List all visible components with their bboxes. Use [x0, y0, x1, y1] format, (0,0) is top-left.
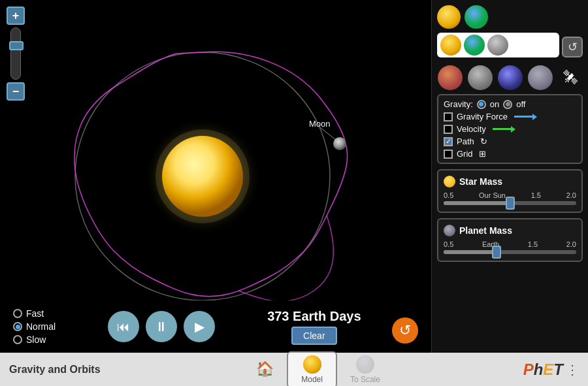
planet-mass-header: Planet Mass	[444, 225, 576, 236]
normal-label: Normal	[26, 321, 56, 332]
pause-button[interactable]: ⏸	[146, 311, 177, 342]
time-days: 373 Earth Days	[267, 309, 361, 324]
play-button[interactable]: ▶	[184, 311, 215, 342]
star-mass-fill	[444, 201, 510, 205]
fast-label: Fast	[26, 308, 44, 319]
model-icon	[303, 355, 321, 374]
body-row2: 🛰	[437, 65, 583, 90]
simulation-area: Moon + −	[0, 0, 431, 353]
select-earth[interactable]	[464, 35, 485, 56]
speed-options: Fast Normal Slow	[13, 308, 56, 345]
planet-mass-labels: 0.5 Earth 1.5 2.0	[444, 240, 576, 248]
gravity-off-label: off	[516, 99, 525, 109]
planet-mass-track[interactable]	[444, 250, 576, 254]
app-title: Gravity and Orbits	[9, 364, 101, 376]
phet-logo: PhET ⋮	[523, 361, 579, 379]
rewind-button[interactable]: ⏮	[108, 311, 139, 342]
zoom-out-button[interactable]: −	[7, 82, 25, 101]
normal-radio[interactable]	[13, 322, 22, 331]
right-panel: ↺ 🛰 Gravity: on off Gravity Force	[431, 0, 588, 353]
velocity-checkbox[interactable]	[444, 125, 453, 134]
zoom-in-button[interactable]: +	[7, 7, 25, 25]
phet-menu-button[interactable]: ⋮	[566, 362, 579, 378]
body-selector-top	[437, 5, 583, 29]
select-moon3[interactable]	[528, 65, 553, 90]
select-moon[interactable]	[487, 35, 508, 56]
slow-radio[interactable]	[13, 335, 22, 344]
grid-label: Grid	[457, 149, 473, 159]
gravity-on-radio[interactable]	[477, 100, 486, 109]
nav-to-scale[interactable]: To Scale	[337, 353, 393, 387]
bottom-controls: Fast Normal Slow ⏮ ⏸ ▶ 373 Earth Days Cl…	[0, 300, 431, 353]
nav-home[interactable]: 🏠	[243, 358, 287, 381]
speed-normal[interactable]: Normal	[13, 321, 56, 332]
star-mass-label: Star Mass	[459, 176, 502, 187]
select-satellite[interactable]: 🛰	[558, 65, 583, 90]
velocity-arrow	[493, 128, 512, 130]
select-moon2[interactable]	[468, 65, 493, 90]
gravity-force-label: Gravity Force	[457, 112, 508, 121]
svg-point-2	[162, 136, 243, 217]
gravity-option-row: Gravity: on off	[444, 99, 576, 109]
zoom-slider-track	[10, 27, 21, 80]
reset-button[interactable]: ↺	[562, 37, 583, 57]
sun-body-icon[interactable]	[437, 5, 461, 29]
path-label: Path	[457, 137, 474, 146]
path-checkbox[interactable]: ✓	[444, 137, 453, 146]
normal-radio-fill	[16, 325, 20, 329]
grid-checkbox[interactable]	[444, 150, 453, 159]
refresh-button[interactable]: ↺	[392, 317, 418, 344]
select-mars[interactable]	[438, 65, 463, 90]
star-mass-icon	[444, 176, 455, 187]
scale-icon	[356, 355, 374, 374]
gravity-force-checkbox[interactable]	[444, 112, 453, 121]
nav-model[interactable]: Model	[287, 351, 337, 387]
fast-radio[interactable]	[13, 309, 22, 318]
body-selector-row	[437, 33, 559, 57]
phet-p: P	[523, 361, 534, 378]
planet-mass-section: Planet Mass 0.5 Earth 1.5 2.0	[437, 218, 583, 262]
model-label: Model	[301, 375, 323, 384]
select-neptune[interactable]	[498, 65, 523, 90]
velocity-row: Velocity	[444, 124, 576, 134]
speed-slow[interactable]: Slow	[13, 334, 56, 345]
path-row: ✓ Path ↻	[444, 137, 576, 146]
star-mass-header: Star Mass	[444, 176, 576, 187]
slow-label: Slow	[26, 334, 46, 345]
gravity-on-radio-fill	[479, 102, 483, 106]
star-mass-section: Star Mass 0.5 Our Sun 1.5 2.0	[437, 169, 583, 213]
playback-controls: ⏮ ⏸ ▶	[108, 311, 215, 342]
phet-text: PhET	[523, 361, 563, 379]
gravity-label: Gravity:	[444, 99, 473, 109]
home-icon: 🏠	[256, 361, 274, 378]
scale-label: To Scale	[350, 375, 380, 384]
planet-mass-icon	[444, 225, 455, 236]
bottom-nav: 🏠 Model To Scale	[114, 351, 523, 387]
grid-row: Grid ⊞	[444, 149, 576, 159]
gravity-off-radio-fill	[506, 102, 510, 106]
earth-body-icon[interactable]	[465, 5, 488, 29]
gravity-on-label: on	[490, 99, 499, 109]
velocity-label: Velocity	[457, 124, 486, 134]
phet-t: T	[553, 361, 563, 378]
phet-e: E	[543, 361, 553, 378]
clear-button[interactable]: Clear	[291, 327, 336, 345]
zoom-controls: + −	[7, 7, 25, 101]
select-sun[interactable]	[440, 35, 461, 56]
planet-mass-thumb[interactable]	[492, 246, 501, 259]
phet-h: h	[534, 361, 544, 378]
zoom-slider-thumb[interactable]	[9, 41, 24, 50]
time-display: 373 Earth Days Clear	[267, 309, 361, 345]
grid-icon: ⊞	[479, 149, 486, 159]
gravity-off-radio[interactable]	[503, 100, 512, 109]
bottom-bar: Gravity and Orbits 🏠 Model To Scale PhET…	[0, 353, 588, 386]
star-mass-track[interactable]	[444, 201, 576, 205]
options-panel: Gravity: on off Gravity Force Velocity ✓…	[437, 94, 583, 164]
gravity-force-row: Gravity Force	[444, 112, 576, 121]
planet-mass-label: Planet Mass	[459, 225, 512, 236]
gravity-force-arrow	[514, 116, 534, 118]
star-mass-thumb[interactable]	[506, 197, 515, 210]
path-icon: ↻	[480, 137, 487, 146]
speed-fast[interactable]: Fast	[13, 308, 56, 319]
planet-mass-fill	[444, 250, 497, 254]
